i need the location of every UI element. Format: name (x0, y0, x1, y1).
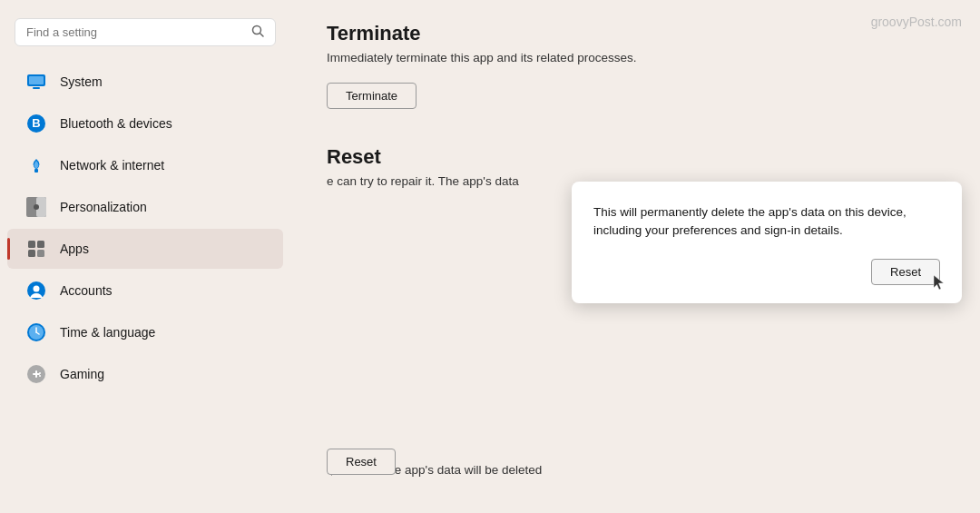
apps-icon (25, 238, 47, 260)
sidebar-item-apps[interactable]: Apps (7, 229, 283, 269)
reset-button[interactable]: Reset (327, 449, 396, 475)
sidebar-item-network[interactable]: Network & internet (7, 145, 283, 185)
bluetooth-icon: B (25, 113, 47, 134)
dialog-reset-button[interactable]: Reset (871, 259, 940, 285)
terminate-description: Immediately terminate this app and its r… (327, 51, 944, 64)
search-box[interactable] (15, 18, 276, 46)
svg-text:B: B (32, 116, 40, 130)
terminate-title: Terminate (327, 22, 944, 45)
svg-rect-3 (29, 76, 44, 84)
sidebar-item-system[interactable]: System (7, 62, 283, 102)
sidebar-item-accounts[interactable]: Accounts (7, 271, 283, 311)
svg-point-10 (34, 204, 39, 210)
sidebar-label-personalization: Personalization (60, 200, 147, 214)
svg-point-16 (34, 286, 40, 292)
svg-point-25 (39, 375, 41, 377)
system-icon (25, 71, 47, 93)
accounts-icon (25, 280, 47, 301)
svg-point-24 (39, 372, 41, 374)
gaming-icon (25, 363, 47, 385)
cursor-icon (932, 273, 946, 291)
personalization-icon (25, 196, 47, 218)
network-icon (25, 154, 47, 176)
main-content: groovyPost.com Terminate Immediately ter… (290, 0, 980, 513)
dialog-actions: Reset (593, 259, 940, 285)
svg-line-1 (260, 34, 264, 37)
svg-rect-7 (34, 169, 38, 173)
sidebar-item-time[interactable]: Time & language (7, 312, 283, 352)
active-indicator (7, 238, 10, 260)
sidebar-item-bluetooth[interactable]: B Bluetooth & devices (7, 104, 283, 143)
sidebar-label-accounts: Accounts (60, 283, 113, 298)
sidebar-label-system: System (60, 74, 103, 89)
terminate-button[interactable]: Terminate (327, 83, 416, 109)
dialog-message: This will permanently delete the app's d… (593, 203, 940, 241)
sidebar-label-network: Network & internet (60, 158, 164, 173)
svg-rect-12 (37, 241, 44, 248)
sidebar-label-time: Time & language (60, 325, 155, 340)
svg-rect-14 (37, 250, 44, 257)
time-icon (25, 321, 47, 343)
reset-title: Reset (327, 145, 944, 169)
search-input[interactable] (26, 25, 244, 39)
svg-rect-13 (28, 250, 35, 257)
sidebar-label-bluetooth: Bluetooth & devices (60, 116, 172, 131)
sidebar-item-gaming[interactable]: Gaming (7, 354, 283, 394)
terminate-section: Terminate Immediately terminate this app… (327, 22, 944, 136)
sidebar-label-apps: Apps (60, 242, 89, 256)
app-container: System B Bluetooth & devices Network & (0, 0, 980, 513)
svg-rect-23 (35, 370, 37, 378)
confirm-dialog: This will permanently delete the app's d… (572, 182, 962, 303)
sidebar-label-gaming: Gaming (60, 367, 104, 381)
svg-rect-4 (33, 87, 40, 89)
search-icon (251, 25, 264, 40)
reset-description-bottom: t, reset it. The app's data will be dele… (327, 463, 962, 477)
svg-rect-11 (28, 241, 35, 248)
sidebar-item-personalization[interactable]: Personalization (7, 187, 283, 227)
sidebar: System B Bluetooth & devices Network & (0, 0, 290, 513)
watermark: groovyPost.com (871, 15, 962, 29)
